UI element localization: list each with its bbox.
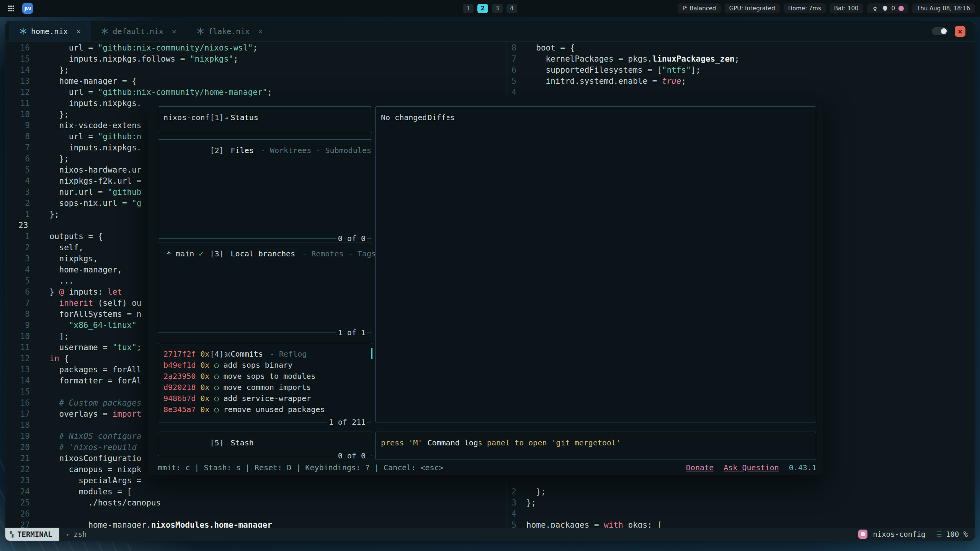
tab-default.nix[interactable]: default.nix× — [91, 21, 186, 41]
lazygit-stash-panel[interactable]: [5]Stash 0 of 0 — [158, 432, 372, 456]
lazygit-version: 0.43.1 — [789, 462, 817, 473]
color-picker-icon[interactable] — [898, 6, 904, 11]
editor-line[interactable]: 27 home-manager.nixosModules.home-manage… — [5, 520, 506, 528]
lazygit-overlay: [1]Status nixos-config → main [2]Files -… — [148, 100, 823, 475]
editor-line[interactable]: 14 }; — [5, 65, 506, 76]
statusline-right: nixos-config ☰ 100 % — [858, 530, 975, 539]
line-text: } @ inputs: let — [40, 287, 122, 298]
apps-grid-icon[interactable] — [5, 3, 17, 14]
line-number: 5 — [5, 276, 35, 287]
commit-graph-node: ○ — [214, 371, 219, 382]
window-toggle[interactable] — [932, 27, 948, 35]
clock: Thu Aug 08, 18:16 — [912, 3, 975, 13]
line-text: formatter = forAl — [40, 375, 142, 386]
line-text: inputs.nixpkgs. — [40, 98, 142, 109]
project-name: nixos-config — [873, 530, 925, 538]
editor-line[interactable]: 7 kernelPackages = pkgs.linuxPackages_ze… — [506, 54, 975, 65]
editor-right-bottom-rows: 2 };3};45home.packages = with pkgs; [ — [506, 486, 975, 528]
line-text: inherit (self) ou — [40, 298, 142, 309]
panel-title: [4]Commits - Reflog — [163, 337, 308, 371]
line-number: 2 — [5, 198, 35, 209]
line-number: 25 — [5, 497, 35, 509]
editor-line[interactable]: 2 }; — [506, 486, 975, 497]
power-profile-module[interactable]: P: Balanced — [678, 3, 720, 13]
editor-line[interactable]: 23 specialArgs = — [5, 475, 506, 486]
line-text: packages = forAll — [40, 364, 142, 375]
line-text: forAllSystems = n — [40, 309, 142, 320]
panel-subtitle: - Remotes - Tags — [296, 249, 377, 258]
line-number: 4 — [5, 176, 35, 187]
editor-line[interactable]: 16 url = "github:nix-community/nixos-wsl… — [5, 42, 506, 54]
tab-flake.nix[interactable]: flake.nix× — [186, 21, 273, 41]
shield-icon[interactable] — [882, 5, 888, 11]
donate-link[interactable]: Donate — [686, 462, 714, 473]
commits-scrollbar[interactable] — [371, 348, 372, 359]
line-text: ... — [40, 276, 74, 287]
commit-author: 0x — [200, 382, 209, 393]
workspace-2[interactable]: 2 — [477, 4, 488, 13]
lazygit-diff-panel[interactable]: Diff No changed files — [375, 106, 816, 422]
editor-line[interactable]: 8 boot = { — [506, 42, 975, 54]
tab-close-icon[interactable]: × — [76, 27, 81, 36]
toggle-knob — [941, 28, 947, 34]
editor-line[interactable]: 4 — [506, 87, 975, 98]
editor-line[interactable]: 5 initrd.systemd.enable = true; — [506, 76, 975, 87]
editor-line[interactable]: 26 — [5, 509, 506, 520]
lazygit-status-panel[interactable]: [1]Status nixos-config → main — [158, 106, 372, 133]
lazygit-commits-panel[interactable]: [4]Commits - Reflog 2717f2f0x○add mopidy… — [158, 343, 372, 422]
line-text: nixpkgs-f2k.url = — [40, 176, 142, 187]
commit-message: move common imports — [223, 382, 311, 393]
commit-row[interactable]: 9486b7d0x○add service-wrapper — [163, 393, 366, 404]
workspace-3[interactable]: 3 — [492, 4, 503, 13]
line-text: # 'nixos-rebuild — [40, 442, 137, 453]
editor-line[interactable]: 25 ./hosts/canopus — [5, 497, 506, 509]
editor-line[interactable]: 4 — [506, 509, 975, 520]
line-number: 27 — [5, 520, 35, 528]
line-number: 6 — [506, 65, 520, 76]
commit-row[interactable]: 2a239500x○move sops to modules — [163, 371, 366, 382]
line-number: 5 — [506, 76, 520, 87]
indicator-cluster[interactable]: 0 — [867, 3, 909, 13]
workspace-1[interactable]: 1 — [463, 4, 474, 13]
lazygit-command-log-panel[interactable]: Command log press 'M' in the files panel… — [375, 432, 816, 460]
user-badge[interactable]: JW — [22, 3, 33, 14]
editor-line[interactable]: 6 supportedFilesystems = ["ntfs"]; — [506, 65, 975, 76]
ask-question-link[interactable]: Ask Question — [724, 462, 779, 473]
panel-title-text: Files — [230, 146, 255, 155]
line-number: 12 — [5, 353, 35, 364]
editor-line[interactable]: 13 home-manager = { — [5, 76, 506, 87]
editor-line[interactable]: 15 inputs.nixpkgs.follows = "nixpkgs"; — [5, 54, 506, 65]
commit-row[interactable]: d9202180x○move common imports — [163, 382, 366, 393]
scroll-percent: 100 % — [946, 530, 968, 538]
window-close-button[interactable]: × — [955, 26, 965, 37]
tab-label: flake.nix — [208, 27, 250, 36]
line-text: modules = [ — [40, 486, 132, 497]
line-number: 15 — [5, 54, 35, 65]
editor-line[interactable]: 12 url = "github:nix-community/home-mana… — [5, 87, 506, 98]
line-number: 16 — [5, 42, 35, 54]
line-text: }; — [40, 153, 69, 165]
tab-home.nix[interactable]: home.nix× — [9, 21, 91, 41]
editor-line[interactable]: 24 modules = [ — [5, 486, 506, 497]
line-number: 10 — [5, 331, 35, 342]
editor-line[interactable]: 3}; — [506, 497, 975, 509]
shell-label: zsh — [74, 530, 87, 538]
commit-row[interactable]: 8e345a70x○remove unused packages — [163, 404, 366, 415]
wifi-icon[interactable] — [872, 5, 879, 12]
tab-close-icon[interactable]: × — [258, 27, 263, 36]
tab-label: default.nix — [113, 27, 163, 36]
lazygit-branches-panel[interactable]: [3]Local branches - Remotes - Tags *main… — [158, 243, 372, 333]
line-number: 1 — [5, 209, 35, 220]
line-number: 11 — [5, 342, 35, 353]
editor-line[interactable]: 5home.packages = with pkgs; [ — [506, 520, 975, 528]
commit-hash: 9486b7d — [163, 393, 196, 404]
line-number: 14 — [5, 65, 35, 76]
lazygit-files-panel[interactable]: [2]Files - Worktrees - Submodules 0 of 0 — [158, 139, 372, 239]
workspace-4[interactable]: 4 — [506, 4, 517, 13]
top-bar: JW 1234 P: Balanced GPU: Integrated Home… — [0, 0, 980, 17]
panel-title-text: Status — [230, 113, 260, 122]
tab-controls: × — [932, 26, 971, 37]
shell-segment: ▸ zsh — [59, 530, 94, 538]
tab-close-icon[interactable]: × — [172, 27, 176, 36]
line-text: inputs.nixpkgs. — [40, 142, 142, 153]
